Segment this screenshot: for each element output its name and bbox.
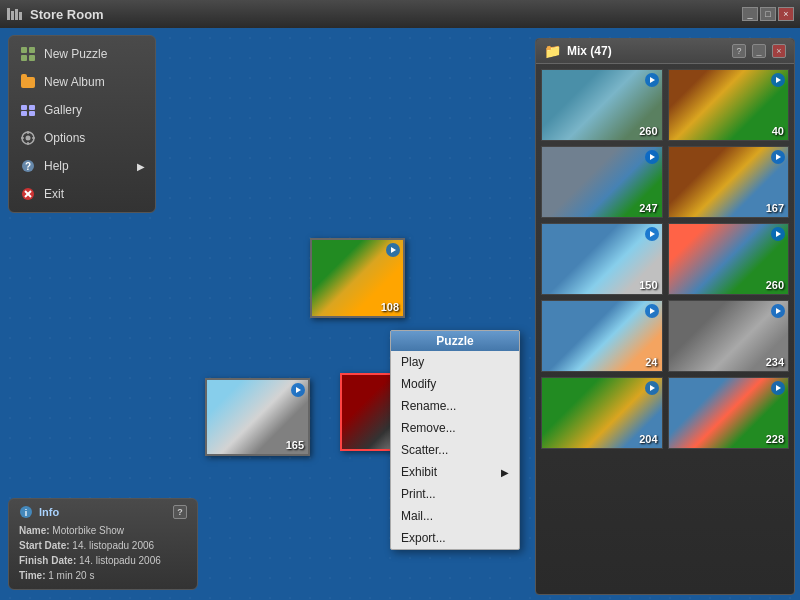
album-thumb-sailboat[interactable]: 24 xyxy=(541,300,663,372)
album-thumb-count-mountain: 260 xyxy=(639,125,657,137)
album-thumb-play-horse[interactable] xyxy=(771,150,785,164)
new-album-label: New Album xyxy=(44,75,105,89)
menu-item-new-puzzle[interactable]: New Puzzle xyxy=(9,40,155,68)
new-puzzle-label: New Puzzle xyxy=(44,47,107,61)
titlebar-left: Store Room xyxy=(6,5,104,23)
context-menu-item-rename[interactable]: Rename... xyxy=(391,395,519,417)
menu-item-help[interactable]: ? Help ▶ xyxy=(9,152,155,180)
info-finish-value: 14. listopadu 2006 xyxy=(79,555,161,566)
album-thumb-play-mountain[interactable] xyxy=(645,73,659,87)
puzzle-cat-play[interactable] xyxy=(386,243,400,257)
album-thumb-colorful[interactable]: 260 xyxy=(668,223,790,295)
maximize-button[interactable]: □ xyxy=(760,7,776,21)
context-menu-item-scatter[interactable]: Scatter... xyxy=(391,439,519,461)
album-thumb-play-boat[interactable] xyxy=(645,227,659,241)
titlebar: Store Room _ □ × xyxy=(0,0,800,28)
menu-item-new-album[interactable]: New Album xyxy=(9,68,155,96)
album-thumb-play-palm[interactable] xyxy=(645,381,659,395)
minimize-button[interactable]: _ xyxy=(742,7,758,21)
context-menu-item-mail[interactable]: Mail... xyxy=(391,505,519,527)
svg-rect-5 xyxy=(29,47,35,53)
info-name-value: Motorbike Show xyxy=(52,525,124,536)
context-menu-label-scatter: Scatter... xyxy=(401,443,448,457)
album-help-button[interactable]: ? xyxy=(732,44,746,58)
gallery-icon xyxy=(19,101,37,119)
album-thumb-play-flowers[interactable] xyxy=(771,73,785,87)
album-thumb-play-colorful[interactable] xyxy=(771,227,785,241)
puzzle-parthenon[interactable]: 165 xyxy=(205,378,310,456)
menu-item-gallery[interactable]: Gallery xyxy=(9,96,155,124)
puzzle-parthenon-play[interactable] xyxy=(291,383,305,397)
puzzle-cat[interactable]: 108 xyxy=(310,238,405,318)
svg-text:i: i xyxy=(25,508,28,518)
menu-item-options[interactable]: Options xyxy=(9,124,155,152)
info-start-row: Start Date: 14. listopadu 2006 xyxy=(19,538,187,553)
help-arrow: ▶ xyxy=(137,161,145,172)
svg-rect-10 xyxy=(21,111,27,116)
menu-item-exit[interactable]: Exit xyxy=(9,180,155,208)
help-label: Help xyxy=(44,159,69,173)
album-thumb-play-castle[interactable] xyxy=(645,150,659,164)
help-icon: ? xyxy=(19,157,37,175)
info-header: i Info ? xyxy=(19,505,187,519)
app-icon xyxy=(6,5,24,23)
new-puzzle-icon xyxy=(19,45,37,63)
album-thumb-palm[interactable]: 204 xyxy=(541,377,663,449)
svg-rect-1 xyxy=(11,11,14,20)
context-menu-label-rename: Rename... xyxy=(401,399,456,413)
album-content: 2604024716715026024234204228 xyxy=(536,64,794,594)
album-thumb-count-sailboat: 24 xyxy=(645,356,657,368)
info-time-row: Time: 1 min 20 s xyxy=(19,568,187,583)
info-name-label: Name: xyxy=(19,525,50,536)
info-start-label: Start Date: xyxy=(19,540,70,551)
exit-icon xyxy=(19,185,37,203)
puzzle-parthenon-count: 165 xyxy=(286,439,304,451)
svg-point-13 xyxy=(26,136,31,141)
album-thumb-play-boats2[interactable] xyxy=(771,381,785,395)
gallery-label: Gallery xyxy=(44,103,82,117)
album-thumb-castle[interactable]: 247 xyxy=(541,146,663,218)
album-thumb-count-castle: 247 xyxy=(639,202,657,214)
album-thumb-count-boats2: 228 xyxy=(766,433,784,445)
context-menu-label-remove: Remove... xyxy=(401,421,456,435)
close-button[interactable]: × xyxy=(778,7,794,21)
info-finish-label: Finish Date: xyxy=(19,555,76,566)
info-content: Name: Motorbike Show Start Date: 14. lis… xyxy=(19,523,187,583)
info-panel: i Info ? Name: Motorbike Show Start Date… xyxy=(8,498,198,590)
album-panel: 📁 Mix (47) ? _ × 26040247167150260242342… xyxy=(535,38,795,595)
context-menu-item-print[interactable]: Print... xyxy=(391,483,519,505)
context-menu-item-exhibit[interactable]: Exhibit▶ xyxy=(391,461,519,483)
context-menu-arrow-exhibit: ▶ xyxy=(501,467,509,478)
album-minimize-button[interactable]: _ xyxy=(752,44,766,58)
album-thumb-boat[interactable]: 150 xyxy=(541,223,663,295)
context-menu-item-play[interactable]: Play xyxy=(391,351,519,373)
context-menu-label-exhibit: Exhibit xyxy=(401,465,437,479)
context-menu-label-modify: Modify xyxy=(401,377,436,391)
album-thumb-horse[interactable]: 167 xyxy=(668,146,790,218)
svg-rect-3 xyxy=(19,12,22,20)
svg-rect-4 xyxy=(21,47,27,53)
svg-rect-11 xyxy=(29,111,35,116)
album-thumb-flowers[interactable]: 40 xyxy=(668,69,790,141)
svg-rect-7 xyxy=(29,55,35,61)
album-thumb-mountain[interactable]: 260 xyxy=(541,69,663,141)
context-menu-item-modify[interactable]: Modify xyxy=(391,373,519,395)
options-icon xyxy=(19,129,37,147)
album-thumb-boats2[interactable]: 228 xyxy=(668,377,790,449)
info-finish-row: Finish Date: 14. listopadu 2006 xyxy=(19,553,187,568)
album-thumb-play-sailboat[interactable] xyxy=(645,304,659,318)
context-menu-label-print: Print... xyxy=(401,487,436,501)
album-close-button[interactable]: × xyxy=(772,44,786,58)
album-header: 📁 Mix (47) ? _ × xyxy=(536,39,794,64)
album-thumb-gears[interactable]: 234 xyxy=(668,300,790,372)
album-thumb-count-boat: 150 xyxy=(639,279,657,291)
context-menu-item-remove[interactable]: Remove... xyxy=(391,417,519,439)
info-help-button[interactable]: ? xyxy=(173,505,187,519)
puzzle-cat-image: 108 xyxy=(312,240,403,316)
titlebar-controls: _ □ × xyxy=(742,7,794,21)
exit-label: Exit xyxy=(44,187,64,201)
context-menu-item-export[interactable]: Export... xyxy=(391,527,519,549)
album-thumb-count-colorful: 260 xyxy=(766,279,784,291)
album-thumb-count-horse: 167 xyxy=(766,202,784,214)
album-thumb-play-gears[interactable] xyxy=(771,304,785,318)
